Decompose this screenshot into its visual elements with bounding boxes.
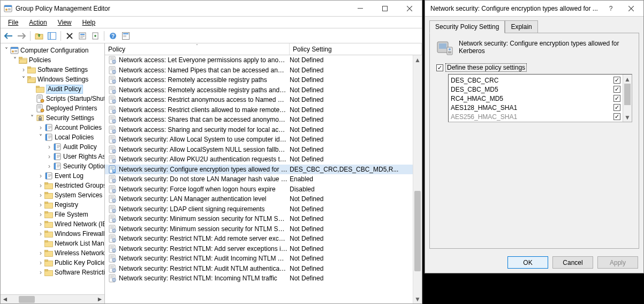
ok-button[interactable]: OK (507, 256, 548, 269)
encryption-types-list[interactable]: DES_CBC_CRC✓DES_CBC_MD5✓RC4_HMAC_MD5✓AES… (448, 74, 632, 122)
tree-audit-policy[interactable]: ›Audit Policy (1, 142, 104, 152)
tree-public-key[interactable]: ›Public Key Policies (1, 258, 104, 268)
policy-row[interactable]: Network security: Allow Local System to … (105, 135, 422, 145)
encryption-type-row[interactable]: DES_CBC_CRC✓ (451, 76, 620, 85)
tab-explain[interactable]: Explain (505, 20, 537, 33)
tree-expand-icon[interactable]: › (37, 201, 44, 209)
tree-expand-icon[interactable]: › (37, 124, 44, 131)
policy-row[interactable]: Network access: Shares that can be acces… (105, 115, 422, 125)
policy-row[interactable]: Network security: Force logoff when logo… (105, 184, 422, 195)
menu-help[interactable]: Help (78, 18, 100, 27)
tree-network-list[interactable]: Network List Manager (1, 239, 104, 248)
tree-wired-network[interactable]: ›Wired Network (IEEE 802.3) (1, 219, 104, 229)
show-hide-tree-button[interactable] (46, 30, 58, 42)
tree-expand-icon[interactable]: › (20, 66, 27, 73)
tree-expand-icon[interactable]: ˅ (28, 114, 36, 122)
tree-expand-icon[interactable]: › (37, 172, 44, 180)
tree-software-restriction[interactable]: ›Software Restriction (1, 268, 104, 277)
policy-row[interactable]: Network security: Restrict NTLM: Audit N… (105, 264, 422, 274)
tree-windows-firewall[interactable]: ›Windows Firewall (1, 229, 104, 239)
policy-row[interactable]: Network access: Named Pipes that can be … (105, 65, 422, 76)
encryption-type-checkbox[interactable]: ✓ (613, 104, 620, 111)
help-button[interactable]: ? (107, 30, 119, 42)
tree-horizontal-scrollbar[interactable]: ◄► (1, 294, 104, 303)
tree-expand-icon[interactable]: › (37, 249, 44, 257)
encryption-type-row[interactable]: DES_CBC_MD5✓ (451, 85, 620, 94)
policy-row[interactable]: Network security: Minimum session securi… (105, 214, 422, 224)
encryption-type-checkbox[interactable]: ✓ (613, 95, 620, 102)
tree-expand-icon[interactable]: › (46, 162, 53, 170)
tree-restricted-groups[interactable]: ›Restricted Groups (1, 181, 104, 190)
back-button[interactable] (3, 30, 14, 42)
policy-row[interactable]: Network security: Restrict NTLM: Audit I… (105, 254, 422, 264)
apply-button[interactable]: Apply (597, 256, 638, 269)
tree-security-settings[interactable]: ˅Security Settings (1, 113, 104, 123)
policy-row[interactable]: Network access: Restrict anonymous acces… (105, 95, 422, 105)
properties-button[interactable] (77, 30, 88, 42)
encryption-type-checkbox[interactable]: ✓ (613, 86, 620, 93)
policy-row[interactable]: Network security: Configure encryption t… (105, 165, 422, 175)
tree-policies[interactable]: ˅Policies (1, 55, 104, 65)
tree-expand-icon[interactable]: ˅ (11, 56, 19, 64)
policy-row[interactable]: Network security: LDAP client signing re… (105, 204, 422, 214)
encryption-type-checkbox[interactable]: ✓ (613, 77, 620, 84)
column-header-setting[interactable]: Policy Setting (290, 43, 422, 55)
tree-user-rights[interactable]: ›User Rights Assignment (1, 152, 104, 161)
menu-file[interactable]: File (4, 18, 22, 27)
tree-expand-icon[interactable]: › (46, 143, 53, 151)
encryption-types-scrollbar[interactable]: ▲ ▼ (623, 75, 632, 122)
tree-expand-icon[interactable]: › (37, 191, 44, 199)
close-button[interactable] (397, 1, 422, 17)
tree-software-settings[interactable]: ›Software Settings (1, 65, 104, 75)
tree-expand-icon[interactable]: › (37, 182, 44, 189)
tree-system-services[interactable]: ›System Services (1, 190, 104, 200)
policy-row[interactable]: Network access: Remotely accessible regi… (105, 75, 422, 85)
policy-row[interactable]: Network security: Restrict NTLM: Add ser… (105, 244, 422, 254)
list-vertical-scrollbar[interactable]: ▲ ▼ (413, 55, 422, 303)
tree-local-policies[interactable]: ˅Local Policies (1, 132, 104, 142)
menu-action[interactable]: Action (25, 18, 51, 27)
policy-row[interactable]: Network access: Restrict clients allowed… (105, 105, 422, 115)
delete-button[interactable] (64, 30, 75, 42)
up-folder-button[interactable] (33, 30, 45, 42)
tree-expand-icon[interactable]: › (37, 230, 44, 238)
tree-expand-icon[interactable]: › (37, 211, 44, 218)
policy-row[interactable]: Network security: Allow LocalSystem NULL… (105, 145, 422, 155)
tree-windows-settings[interactable]: ˅Windows Settings (1, 75, 104, 84)
encryption-type-row[interactable]: AES256_HMAC_SHA1✓ (451, 112, 620, 121)
cancel-button[interactable]: Cancel (552, 256, 593, 269)
tree-deployed-printers[interactable]: Deployed Printers (1, 103, 104, 113)
filter-button[interactable] (120, 30, 132, 42)
encryption-type-checkbox[interactable]: ✓ (613, 113, 620, 120)
tree-event-log[interactable]: ›Event Log (1, 171, 104, 181)
column-header-policy[interactable]: Policyˆ (105, 43, 290, 55)
forward-button[interactable] (16, 30, 27, 42)
tree-registry[interactable]: ›Registry (1, 200, 104, 210)
encryption-type-row[interactable]: AES128_HMAC_SHA1✓ (451, 103, 620, 112)
tree-security-options[interactable]: ›Security Options (1, 161, 104, 171)
tree-expand-icon[interactable]: › (37, 259, 44, 266)
tree-expand-icon[interactable]: › (37, 269, 44, 276)
tree-expand-icon[interactable]: ˅ (3, 47, 10, 54)
policy-row[interactable]: Network security: LAN Manager authentica… (105, 194, 422, 204)
tree-scripts[interactable]: Scripts (Startup/Shutdown) (1, 94, 104, 103)
policy-row[interactable]: Network access: Remotely accessible regi… (105, 85, 422, 95)
tree-expand-icon[interactable]: ˅ (37, 134, 44, 141)
policy-list[interactable]: Network access: Let Everyone permissions… (105, 55, 422, 303)
tree-root[interactable]: ˅Computer Configuration (1, 46, 104, 55)
dialog-help-button[interactable]: ? (603, 1, 619, 17)
minimize-button[interactable] (348, 1, 373, 17)
policy-row[interactable]: Network security: Allow PKU2U authentica… (105, 154, 422, 165)
tree-expand-icon[interactable]: › (37, 220, 44, 228)
policy-row[interactable]: Network security: Restrict NTLM: Incomin… (105, 273, 422, 284)
policy-row[interactable]: Network security: Do not store LAN Manag… (105, 174, 422, 184)
encryption-type-row[interactable]: RC4_HMAC_MD5✓ (451, 94, 620, 103)
dialog-close-button[interactable] (619, 1, 643, 17)
policy-row[interactable]: Network access: Sharing and security mod… (105, 125, 422, 135)
policy-row[interactable]: Network security: Restrict NTLM: Add rem… (105, 234, 422, 244)
tree-expand-icon[interactable]: ˅ (20, 76, 27, 83)
tree-file-system[interactable]: ›File System (1, 210, 104, 219)
tree-wireless-network[interactable]: ›Wireless Network (IEEE 802.11) (1, 248, 104, 258)
policy-row[interactable]: Network security: Minimum session securi… (105, 224, 422, 234)
export-button[interactable] (89, 30, 101, 42)
